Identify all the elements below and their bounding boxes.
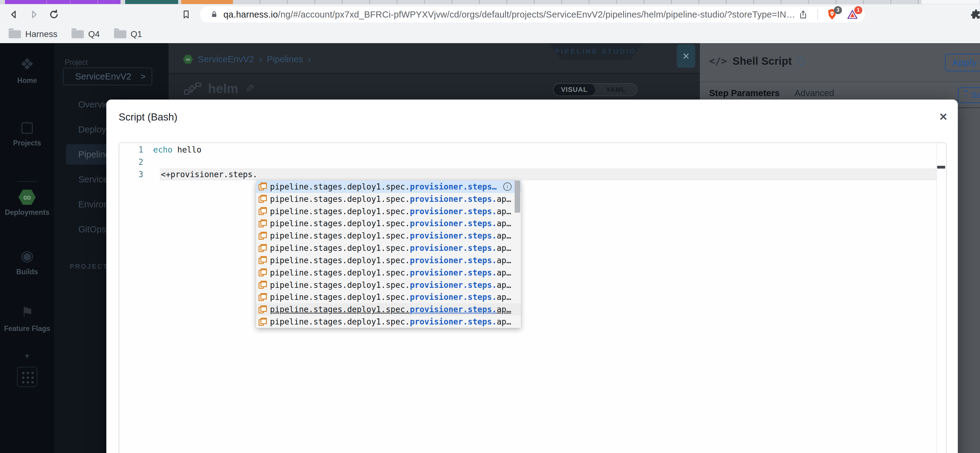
view-toggle-option[interactable]: VISUAL [554, 84, 595, 95]
struct-field-icon [259, 293, 267, 301]
view-toggle-option[interactable]: YAML [595, 84, 637, 95]
step-panel-tab[interactable]: Advanced [794, 88, 834, 98]
sidebar-module-item[interactable]: Builds [0, 246, 54, 276]
sidebar-module-item[interactable]: Home [0, 55, 54, 85]
pipeline-name: helm [208, 81, 238, 96]
extensions-puzzle-icon[interactable] [969, 8, 980, 21]
url-domain: qa.harness.io [223, 10, 278, 19]
save-as-template-button[interactable]: ↑ Save as Template [958, 87, 980, 103]
code-line[interactable]: 1 echo hello [119, 144, 946, 156]
suggestion-item[interactable]: pipeline.stages.deploy1.spec.provisioner… [256, 303, 521, 316]
sidebar-module-item[interactable]: Deployments [0, 189, 54, 217]
module-picker-button[interactable] [17, 367, 37, 387]
apply-changes-button[interactable]: Apply Changes [945, 54, 980, 72]
breadcrumb-link[interactable]: Pipelines [267, 54, 303, 64]
editor-scrollbar-thumb[interactable] [937, 166, 945, 168]
brave-shields-icon[interactable]: 3 [826, 8, 838, 21]
edit-pencil-icon[interactable]: ✎ [245, 82, 254, 95]
brave-rewards-icon[interactable]: 1 [846, 8, 859, 21]
step-panel-title-row: </> Shell Script i [709, 55, 805, 67]
struct-field-icon [259, 256, 267, 264]
url-text[interactable]: qa.harness.io/ng/#/account/px7xd_BFRCi-p… [223, 10, 795, 20]
breadcrumb-link[interactable]: ServiceEnvV2 [198, 54, 254, 64]
suggestion-item[interactable]: pipeline.stages.deploy1.spec.provisioner… [256, 217, 521, 230]
forward-button[interactable] [27, 8, 40, 21]
code-text[interactable]: echo hello [153, 144, 936, 156]
read-more-info-icon[interactable]: i [503, 183, 512, 191]
module-label: Projects [13, 139, 41, 147]
sidebar-module-item[interactable]: Projects [0, 118, 54, 147]
background-tabs[interactable] [233, 0, 921, 4]
sidebar-chevron-down-icon[interactable]: ▾ [0, 351, 54, 361]
shields-badge: 3 [834, 6, 842, 14]
tab-group-teal[interactable] [125, 0, 178, 4]
info-icon[interactable]: i [797, 57, 805, 65]
suggestion-item[interactable]: pipeline.stages.deploy1.spec.provisioner… [256, 316, 521, 328]
bookmarks-bar: Harness Q4 Q1 [0, 25, 980, 43]
breadcrumb-separator: › [308, 54, 311, 64]
reload-button[interactable] [48, 8, 60, 21]
bookmark-folder[interactable]: Q4 [72, 29, 100, 39]
tab-group-orange[interactable] [181, 0, 233, 4]
browser-chrome: qa.harness.io/ng/#/account/px7xd_BFRCi-p… [0, 0, 980, 43]
suggestion-text: pipeline.stages.deploy1.spec.provisioner… [270, 243, 511, 253]
code-line[interactable]: 2 [119, 156, 946, 168]
tab-divider [46, 0, 47, 4]
suggestion-item[interactable]: pipeline.stages.deploy1.spec.provisioner… [256, 291, 521, 303]
pipeline-studio-label: PIPELINE STUDIO [549, 43, 643, 60]
suggestion-text: pipeline.stages.deploy1.spec.provisioner… [270, 182, 497, 191]
sidebar-module-item[interactable] [17, 181, 37, 182]
suggestion-item[interactable]: pipeline.stages.deploy1.spec.provisioner… [256, 205, 521, 218]
suggestion-item[interactable]: pipeline.stages.deploy1.spec.provisioner… [256, 242, 521, 254]
step-panel-tab[interactable]: Step Parameters [709, 88, 780, 98]
url-path: /ng/#/account/px7xd_BFRCi-pfWPYXVjvw/cd/… [278, 10, 795, 19]
module-icon [21, 246, 33, 265]
bookmark-label: Q4 [88, 29, 100, 39]
suggestion-item[interactable]: pipeline.stages.deploy1.spec.provisioner… [256, 254, 521, 267]
suggest-scrollbar-thumb[interactable] [515, 181, 520, 213]
chevron-right-icon: > [141, 72, 145, 81]
code-text[interactable] [153, 156, 936, 168]
tab-strip[interactable] [0, 0, 980, 4]
shell-script-icon: </> [709, 55, 727, 67]
suggestion-item[interactable]: pipeline.stages.deploy1.spec.provisioner… [256, 193, 521, 205]
breadcrumb-separator: › [259, 54, 262, 64]
folder-icon [9, 30, 21, 38]
code-editor[interactable]: 1 echo hello 2 3 <+provisioner.steps. [119, 142, 947, 453]
struct-field-icon [259, 305, 267, 314]
script-editor-modal: Script (Bash) ✕ 1 echo hello 2 3 <+provi… [106, 100, 958, 453]
template-button-label: Save as Template [971, 91, 980, 100]
step-panel-tabs: Step Parameters Advanced [709, 88, 834, 98]
studio-close-button[interactable]: ✕ [677, 45, 695, 68]
suggestion-text: pipeline.stages.deploy1.spec.provisioner… [270, 219, 511, 228]
pipeline-title-row: helm ✎ [184, 81, 254, 96]
suggestion-item[interactable]: pipeline.stages.deploy1.spec.provisioner… [256, 267, 521, 279]
suggestion-item[interactable]: pipeline.stages.deploy1.spec.provisioner… [256, 279, 521, 291]
step-title: Shell Script [733, 55, 792, 67]
sidebar-module-item[interactable]: Feature Flags [0, 303, 54, 333]
bookmark-folder[interactable]: Harness [9, 29, 57, 39]
code-text[interactable]: <+provisioner.steps. [160, 168, 936, 180]
share-button[interactable] [797, 8, 809, 21]
active-tab[interactable] [921, 0, 979, 4]
back-button[interactable] [7, 8, 20, 21]
struct-field-icon [259, 269, 267, 277]
tab-group-purple[interactable] [5, 0, 121, 4]
suggestion-text: pipeline.stages.deploy1.spec.provisioner… [270, 305, 511, 314]
bookmark-folder[interactable]: Q1 [114, 29, 142, 39]
reading-list-icon[interactable] [180, 8, 192, 21]
folder-icon [114, 30, 126, 38]
project-selector[interactable]: ServiceEnvV2 > [63, 67, 152, 85]
address-bar[interactable]: qa.harness.io/ng/#/account/px7xd_BFRCi-p… [200, 6, 865, 22]
module-icon [21, 303, 33, 321]
selected-project: ServiceEnvV2 [75, 72, 131, 82]
tab-divider [97, 0, 98, 4]
expression-suggest-dropdown: pipeline.stages.deploy1.spec.provisioner… [256, 181, 521, 328]
suggestion-item[interactable]: pipeline.stages.deploy1.spec.provisioner… [256, 230, 521, 242]
editor-scrollbar-track[interactable] [936, 143, 937, 453]
code-line[interactable]: 3 <+provisioner.steps. [119, 168, 946, 181]
suggestion-item[interactable]: pipeline.stages.deploy1.spec.provisioner… [256, 181, 521, 193]
template-upload-icon: ↑ [964, 91, 968, 100]
module-label: Builds [16, 268, 38, 276]
modal-close-button[interactable]: ✕ [936, 110, 951, 124]
